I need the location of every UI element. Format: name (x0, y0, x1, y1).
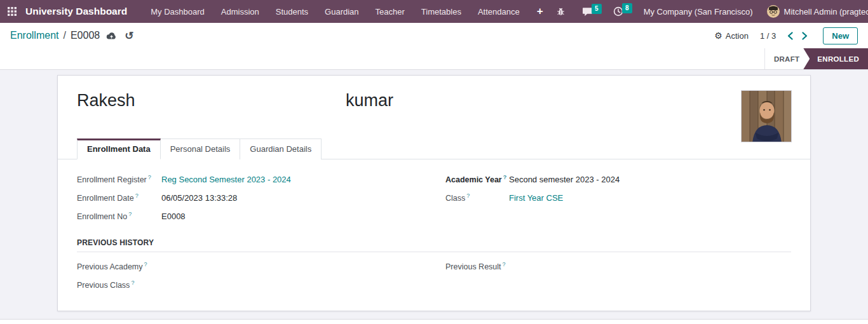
debug-bug-icon[interactable] (551, 3, 571, 20)
gear-icon: ⚙ (714, 30, 722, 41)
nav-admission[interactable]: Admission (214, 1, 266, 22)
help-icon: ? (148, 174, 151, 180)
messages-count-badge: 5 (592, 4, 602, 14)
last-name-field[interactable]: kumar (346, 91, 393, 111)
nav-teacher[interactable]: Teacher (369, 1, 412, 22)
enrollment-no-value[interactable]: E0008 (161, 212, 186, 221)
activities-clock-icon[interactable]: 8 (608, 3, 628, 20)
notebook-tabs: Enrollment Data Personal Details Guardia… (58, 138, 810, 159)
action-menu-button[interactable]: ⚙ Action (714, 30, 749, 41)
messages-icon[interactable]: 5 (577, 3, 598, 20)
enrollment-register-value[interactable]: Reg Second Semester 2023 - 2024 (161, 175, 291, 184)
record-pager-count: 1 / 3 (760, 31, 776, 41)
field-previous-result: Previous Result? (445, 257, 791, 276)
user-name: Mitchell Admin (pragtech_university_dash… (784, 7, 868, 17)
history-right-column: Previous Result? (445, 257, 791, 294)
student-name-row: Rakesh kumar (58, 76, 810, 111)
nav-plus-button[interactable]: + (529, 1, 551, 22)
previous-academy-label: Previous Academy? (77, 261, 161, 271)
status-enrolled[interactable]: ENROLLED (803, 48, 868, 69)
previous-history-section: PREVIOUS HISTORY Previous Academy? Previ… (58, 226, 810, 294)
previous-class-label: Previous Class? (77, 280, 161, 290)
field-previous-class: Previous Class? (77, 276, 445, 294)
fields-left-column: Enrollment Register? Reg Second Semester… (77, 170, 445, 226)
class-value[interactable]: First Year CSE (509, 193, 563, 203)
discard-changes-icon[interactable]: ↺ (125, 30, 133, 41)
field-enrollment-no: Enrollment No? E0008 (77, 207, 445, 226)
help-icon: ? (503, 261, 506, 267)
statusbar: DRAFT ENROLLED (764, 48, 868, 69)
previous-result-label: Previous Result? (445, 261, 530, 271)
enrollment-date-value[interactable]: 06/05/2023 13:33:28 (161, 193, 237, 203)
previous-history-fields: Previous Academy? Previous Class? Previo… (77, 257, 791, 294)
form-status-row: DRAFT ENROLLED (0, 48, 868, 70)
cloud-save-icon[interactable] (106, 32, 117, 40)
enrollment-form-sheet: Rakesh kumar Enro (57, 75, 811, 311)
help-icon: ? (135, 192, 139, 199)
student-photo[interactable] (741, 90, 792, 142)
page-bottom-strip (0, 319, 868, 324)
control-panel: Enrollment / E0008 ↺ ⚙ Action 1 / 3 New (0, 23, 868, 48)
help-icon: ? (503, 174, 507, 180)
section-divider (77, 252, 791, 252)
status-draft[interactable]: DRAFT (765, 48, 810, 69)
history-left-column: Previous Academy? Previous Class? (77, 257, 445, 294)
previous-history-title: PREVIOUS HISTORY (77, 238, 791, 247)
previous-result-value[interactable] (530, 260, 791, 273)
academic-year-value[interactable]: Second semester 2023 - 2024 (509, 175, 620, 184)
record-pager (787, 32, 808, 40)
new-record-button[interactable]: New (823, 27, 858, 44)
nav-timetables[interactable]: Timetables (414, 1, 468, 22)
action-label: Action (726, 31, 749, 41)
field-class: Class? First Year CSE (445, 189, 791, 207)
help-icon: ? (466, 192, 470, 199)
apps-grid-icon[interactable] (8, 7, 17, 16)
help-icon: ? (131, 280, 134, 286)
previous-class-value[interactable] (161, 279, 445, 292)
field-academic-year: Academic Year? Second semester 2023 - 20… (445, 170, 791, 189)
nav-my-dashboard[interactable]: My Dashboard (144, 1, 212, 22)
nav-students[interactable]: Students (269, 1, 315, 22)
enrollment-date-label: Enrollment Date? (77, 192, 161, 203)
top-navbar: University Dashboard My Dashboard Admiss… (0, 0, 868, 23)
breadcrumb-current-record: E0008 (71, 30, 100, 41)
breadcrumb: Enrollment / E0008 (10, 30, 100, 41)
field-enrollment-register: Enrollment Register? Reg Second Semester… (77, 170, 445, 189)
breadcrumb-separator: / (63, 30, 65, 41)
nav-attendance[interactable]: Attendance (471, 1, 527, 22)
user-avatar (767, 5, 780, 18)
fields-right-column: Academic Year? Second semester 2023 - 20… (445, 170, 791, 226)
enrollment-fields: Enrollment Register? Reg Second Semester… (58, 159, 810, 226)
pager-previous-icon[interactable] (787, 32, 793, 40)
pager-next-icon[interactable] (802, 32, 808, 40)
tab-enrollment-data[interactable]: Enrollment Data (77, 138, 161, 159)
company-switcher[interactable]: My Company (San Francisco) (640, 2, 757, 22)
breadcrumb-enrollment-link[interactable]: Enrollment (10, 30, 58, 41)
form-view-background: Rakesh kumar Enro (0, 70, 868, 324)
enrollment-no-label: Enrollment No? (77, 211, 161, 221)
field-previous-academy: Previous Academy? (77, 257, 445, 276)
first-name-field[interactable]: Rakesh (77, 91, 346, 111)
class-label: Class? (445, 192, 509, 203)
control-panel-right: ⚙ Action 1 / 3 New (714, 27, 858, 44)
academic-year-label: Academic Year? (445, 174, 509, 184)
field-enrollment-date: Enrollment Date? 06/05/2023 13:33:28 (77, 189, 445, 207)
previous-academy-value[interactable] (161, 260, 445, 273)
tab-personal-details[interactable]: Personal Details (161, 138, 241, 159)
user-menu[interactable]: Mitchell Admin (pragtech_university_dash… (763, 0, 868, 23)
tab-guardian-details[interactable]: Guardian Details (240, 138, 322, 159)
nav-guardian[interactable]: Guardian (318, 1, 365, 22)
activities-count-badge: 8 (622, 3, 632, 13)
help-icon: ? (128, 211, 132, 217)
app-title[interactable]: University Dashboard (25, 6, 127, 17)
topbar-system-tray: 5 8 My Company (San Francisco) (551, 0, 868, 23)
main-menu: My Dashboard Admission Students Guardian… (144, 1, 550, 22)
enrollment-register-label: Enrollment Register? (77, 174, 161, 184)
help-icon: ? (144, 261, 147, 267)
